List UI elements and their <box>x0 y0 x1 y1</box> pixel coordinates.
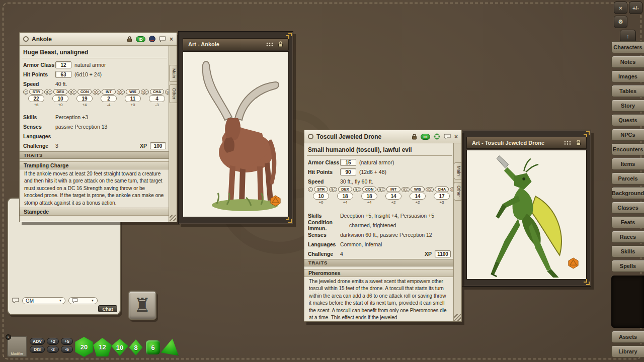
hit-points-note[interactable]: (6d10 + 24) <box>74 71 102 77</box>
chat-button[interactable]: Chat <box>98 305 117 312</box>
ability-check-icon[interactable]: C <box>332 187 337 192</box>
ability-cha[interactable]: C S CHA 17 +3 <box>430 187 453 207</box>
tab-other[interactable]: Other <box>169 84 177 103</box>
resize-corner-icon[interactable] <box>284 215 292 223</box>
ability-con[interactable]: C S CON 18 +4 <box>358 187 381 207</box>
ability-score[interactable]: 10 <box>52 95 68 102</box>
close-icon[interactable]: × <box>454 134 458 140</box>
options-dots-icon[interactable] <box>266 42 273 47</box>
languages-value[interactable]: - <box>55 133 57 139</box>
ability-score[interactable]: 22 <box>28 95 44 102</box>
lock-icon[interactable] <box>278 41 283 47</box>
sidebar-item-feats[interactable]: Feats <box>611 216 644 228</box>
trait-stampede[interactable]: Stampede <box>20 208 170 216</box>
challenge-value[interactable]: 3 <box>55 143 58 149</box>
ability-con[interactable]: C S CON 19 +4 <box>73 89 96 109</box>
ability-score[interactable]: 18 <box>337 193 353 200</box>
sidebar-item-items[interactable]: Items <box>611 158 644 170</box>
ability-score[interactable]: 2 <box>101 95 117 102</box>
pointer-mode-button[interactable]: ↑ <box>620 30 636 42</box>
ability-check-icon[interactable]: C <box>308 187 313 192</box>
lock-icon[interactable] <box>127 36 132 42</box>
lock-icon[interactable] <box>412 134 417 140</box>
resize-corner-icon[interactable] <box>284 33 292 40</box>
minus2-button[interactable]: -2 <box>47 346 59 353</box>
ability-score[interactable]: 11 <box>125 95 141 102</box>
dice-tools-icon[interactable]: × <box>614 2 627 14</box>
close-icon[interactable]: × <box>170 36 173 42</box>
die-d12[interactable]: 12 <box>93 338 112 356</box>
ability-int[interactable]: C S INT 14 +2 <box>382 187 405 207</box>
sidebar-item-library[interactable]: Library <box>611 345 644 357</box>
resize-grip[interactable] <box>170 215 176 221</box>
ability-dex[interactable]: C S DEX 18 +4 <box>334 187 357 207</box>
ability-check-icon[interactable]: C <box>120 89 125 95</box>
token-portrait-icon[interactable] <box>149 36 155 42</box>
trait-pheromones[interactable]: Pheromones <box>304 269 454 277</box>
window-menu-icon[interactable] <box>23 36 29 42</box>
minus5-button[interactable]: -5 <box>61 346 73 353</box>
plus2-button[interactable]: +2 <box>47 338 59 345</box>
trait-trampling-charge[interactable]: Trampling Charge <box>20 161 170 169</box>
fg-dice-logo-icon[interactable] <box>270 195 281 207</box>
sidebar-item-notes[interactable]: Notes <box>611 56 644 68</box>
ability-check-icon[interactable]: C <box>429 187 434 192</box>
armor-class-note[interactable]: natural armor <box>74 62 106 68</box>
id-visibility-badge[interactable]: ID <box>136 36 145 42</box>
ability-str[interactable]: C S STR 22 +6 <box>25 89 48 109</box>
plus-minus-modifier-button[interactable]: +/- <box>629 2 642 14</box>
armor-class-field[interactable]: 12 <box>55 61 71 68</box>
die-d4[interactable] <box>160 336 181 356</box>
window-titlebar[interactable]: Art - Ankole <box>183 38 289 50</box>
xp-field[interactable]: 1100 <box>435 250 451 257</box>
ability-int[interactable]: C S INT 2 -4 <box>97 89 120 109</box>
speed-value[interactable]: 40 ft. <box>55 81 67 87</box>
senses-value[interactable]: darkvision 60 ft., passive Perception 12 <box>340 232 432 238</box>
chat-share-icon[interactable] <box>444 134 451 140</box>
die-d6[interactable]: 6 <box>146 340 160 354</box>
art-image-tosculi[interactable] <box>466 150 587 280</box>
ability-dex[interactable]: C S DEX 10 +0 <box>49 89 72 109</box>
adv-button[interactable]: ADV <box>30 338 45 345</box>
ability-check-icon[interactable]: C <box>96 89 101 95</box>
ability-check-icon[interactable]: C <box>23 89 28 95</box>
die-d8[interactable]: 8 <box>128 339 144 355</box>
sidebar-item-races[interactable]: Races <box>611 231 644 243</box>
ability-wis[interactable]: C S WIS 14 +2 <box>406 187 429 207</box>
skills-value[interactable]: Deception +5, Insight +4, Persuasion +5 <box>340 213 434 219</box>
window-menu-icon[interactable] <box>308 134 313 139</box>
skills-value[interactable]: Perception +3 <box>55 114 88 120</box>
clear-modifier-icon[interactable]: × <box>6 334 11 340</box>
ability-check-icon[interactable]: C <box>356 187 361 192</box>
ability-str[interactable]: C S STR 10 +0 <box>309 187 333 207</box>
sidebar-item-encounters[interactable]: Encounters <box>611 143 644 155</box>
tab-main[interactable]: Main <box>454 162 461 179</box>
settings-gear-icon[interactable]: ⚙ <box>614 16 627 28</box>
hit-points-field[interactable]: 90 <box>340 168 356 175</box>
ability-wis[interactable]: C S WIS 11 +0 <box>121 89 144 109</box>
sidebar-item-story[interactable]: Story <box>611 100 644 112</box>
dice-tower-button[interactable]: ♜ <box>128 291 156 320</box>
plus5-button[interactable]: +5 <box>61 338 73 345</box>
ability-cha[interactable]: C S CHA 4 -3 <box>145 89 169 109</box>
armor-class-note[interactable]: (natural armor) <box>359 159 394 165</box>
ability-score[interactable]: 10 <box>313 193 329 200</box>
sidebar-item-parcels[interactable]: Parcels <box>611 172 644 185</box>
ability-check-icon[interactable]: C <box>405 187 410 192</box>
id-visibility-badge[interactable]: ID <box>421 134 430 140</box>
art-image-ankole[interactable] <box>183 51 289 217</box>
ability-score[interactable]: 18 <box>361 193 377 200</box>
resize-corner-icon[interactable] <box>582 278 590 285</box>
ability-check-icon[interactable]: C <box>47 89 52 95</box>
tab-other[interactable]: Other <box>454 182 461 201</box>
resize-corner-icon[interactable] <box>582 131 590 139</box>
fg-dice-logo-icon[interactable] <box>568 257 579 269</box>
sidebar-item-skills[interactable]: Skills <box>611 245 644 257</box>
ability-check-icon[interactable]: C <box>380 187 385 192</box>
options-dots-icon[interactable] <box>564 140 571 145</box>
targeting-icon[interactable] <box>434 133 440 140</box>
window-titlebar[interactable]: Ankole ID × <box>20 33 177 46</box>
window-titlebar[interactable]: Tosculi Jeweled Drone ID × <box>304 130 461 143</box>
xp-field[interactable]: 100 <box>150 142 166 149</box>
language-dropdown[interactable]: ▼ <box>68 297 98 304</box>
